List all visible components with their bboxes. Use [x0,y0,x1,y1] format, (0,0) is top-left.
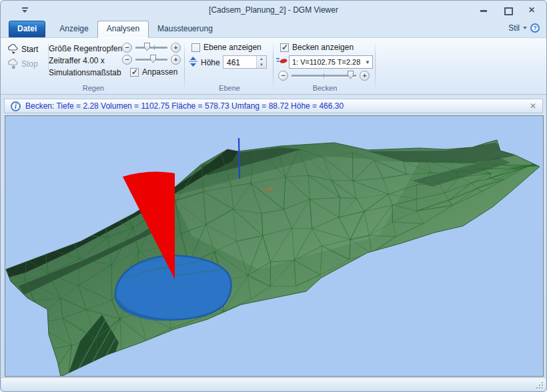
anpassen-checkbox[interactable]: Anpassen [130,67,177,77]
slider-track[interactable] [135,59,167,61]
minimize-icon[interactable] [480,7,488,14]
tab-datei[interactable]: Datei [9,21,45,37]
stil-menu[interactable]: Stil [508,23,520,33]
zeitraffer-slider: − + [122,54,181,65]
plus-button[interactable]: + [360,71,370,81]
tab-maussteuerung[interactable]: Maussteuerung [149,21,221,37]
label-hoehe: Höhe [201,58,220,67]
label-zeitraffer: Zeitraffer 4.00 x [49,56,105,65]
resize-grip[interactable] [534,380,543,389]
tab-analysen[interactable]: Analysen [97,21,149,38]
ebene-anzeigen-checkbox[interactable]: Ebene anzeigen [191,43,261,52]
becken-slider: − + [278,70,370,81]
plus-button[interactable]: + [171,43,181,53]
help-icon[interactable]: ? [530,23,540,33]
group-becken: Becken anzeigen 1: V=1102.75 T=2.28 ▼ − … [274,39,376,93]
close-icon[interactable]: ✕ [528,7,536,14]
info-icon: i [11,101,21,111]
ribbon: Start Stop Größe Regentropfen Zeitraffer… [1,38,546,95]
stop-button[interactable]: Stop [6,57,45,71]
minus-button[interactable]: − [122,43,132,53]
ribbon-tabstrip: Datei Anzeige Analysen Maussteuerung Sti… [1,19,546,38]
height-marker-line [239,138,239,179]
group-ebene: Ebene anzeigen Höhe 461 ▲ ▼ Ebene [185,39,274,93]
label-simulationsmassstab: Simulationsmaßstab [49,68,121,77]
slider-thumb[interactable] [144,43,150,51]
slider-thumb[interactable] [348,71,354,79]
checkbox-box[interactable] [130,68,139,77]
group-title-ebene: Ebene [185,84,274,92]
checkbox-box[interactable] [191,43,200,52]
rain-cloud-stop-icon [7,59,19,69]
rain-cloud-start-icon [7,44,19,55]
spinner-up-icon[interactable]: ▲ [257,56,266,62]
group-regen: Start Stop Größe Regentropfen Zeitraffer… [2,39,185,93]
becken-anzeigen-checkbox[interactable]: Becken anzeigen [280,43,354,52]
minus-button[interactable]: − [122,55,132,65]
regentropfen-slider: − + [122,42,181,53]
checkbox-box[interactable] [280,43,289,52]
infobar-close-icon[interactable]: ✕ [526,101,540,111]
spinner-down-icon[interactable]: ▼ [257,62,266,68]
app-window: [Cadsem_Planung_2] - DGM Viewer ✕ Datei … [0,0,547,392]
hoehe-spinner[interactable]: 461 ▲ ▼ [223,55,267,69]
titlebar: [Cadsem_Planung_2] - DGM Viewer ✕ [1,1,546,19]
level-height-icon [188,57,198,67]
window-title: [Cadsem_Planung_2] - DGM Viewer [1,5,546,15]
becken-info-text: Becken: Tiefe = 2.28 Volumen = 1102.75 F… [25,101,526,111]
chevron-down-icon[interactable] [523,27,527,29]
slider-track[interactable] [292,75,356,77]
minus-button[interactable]: − [278,71,288,81]
chevron-down-icon: ▼ [363,59,372,65]
tab-anzeige[interactable]: Anzeige [51,21,97,37]
slider-thumb[interactable] [150,55,156,63]
group-title-becken: Becken [274,84,376,92]
becken-select[interactable]: 1: V=1102.75 T=2.28 ▼ [289,55,373,69]
label-groesse-regentropfen: Größe Regentropfen [49,44,122,53]
becken-infobar: i Becken: Tiefe = 2.28 Volumen = 1102.75… [4,99,543,113]
start-button[interactable]: Start [6,42,45,57]
terrain-scene [5,116,543,376]
restore-icon[interactable] [504,7,512,14]
becken-icon [276,57,288,65]
3d-viewport[interactable] [5,115,544,377]
group-title-regen: Regen [2,84,185,92]
slider-track[interactable] [135,47,167,49]
plus-button[interactable]: + [171,55,181,65]
statusbar [1,377,546,391]
